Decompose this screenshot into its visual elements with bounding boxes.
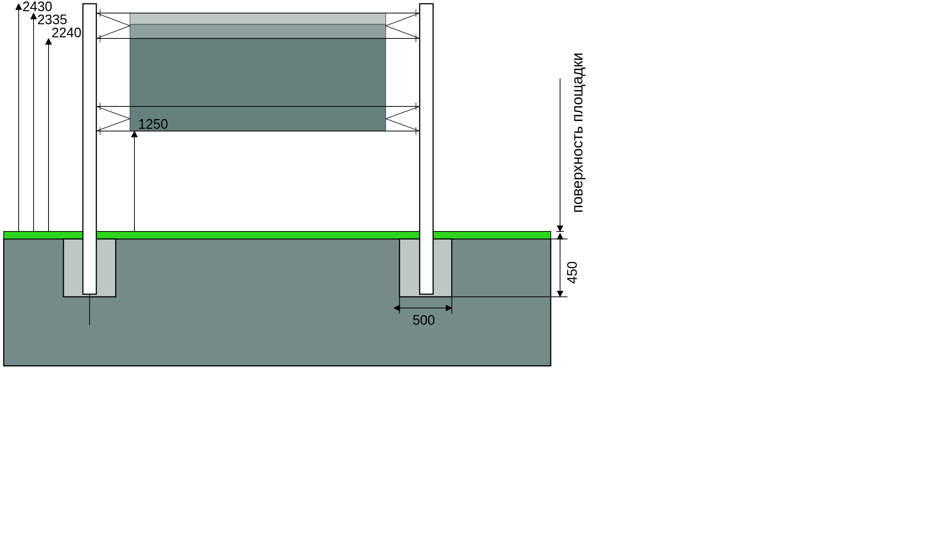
svg-line-12 bbox=[386, 13, 420, 26]
svg-line-13 bbox=[386, 26, 420, 38]
svg-line-21 bbox=[386, 119, 420, 131]
svg-line-17 bbox=[96, 119, 130, 131]
svg-line-9 bbox=[96, 26, 130, 38]
post-right bbox=[420, 4, 433, 294]
bracing-lower-right bbox=[386, 103, 420, 135]
panel-main bbox=[130, 38, 386, 131]
dim-450: 450 bbox=[565, 262, 580, 284]
svg-line-16 bbox=[96, 106, 130, 119]
bracing-upper-right bbox=[386, 9, 420, 42]
dim-2240: 2240 bbox=[52, 25, 82, 40]
svg-line-8 bbox=[96, 13, 130, 26]
bracing-upper-left bbox=[96, 9, 130, 42]
svg-rect-2 bbox=[83, 4, 96, 294]
ground-surface-label: поверхность площадки bbox=[569, 52, 585, 213]
dimension-arrows-left bbox=[18, 4, 49, 231]
dim-1250: 1250 bbox=[138, 117, 168, 132]
technical-drawing: 2430 2335 2240 1250 поверхность площадки… bbox=[0, 0, 635, 373]
svg-rect-3 bbox=[420, 4, 433, 294]
panel-upper-mid bbox=[130, 24, 386, 38]
post-left bbox=[83, 4, 96, 294]
svg-line-20 bbox=[386, 106, 420, 119]
bracing-lower-left bbox=[96, 103, 130, 135]
dim-500: 500 bbox=[412, 312, 435, 328]
